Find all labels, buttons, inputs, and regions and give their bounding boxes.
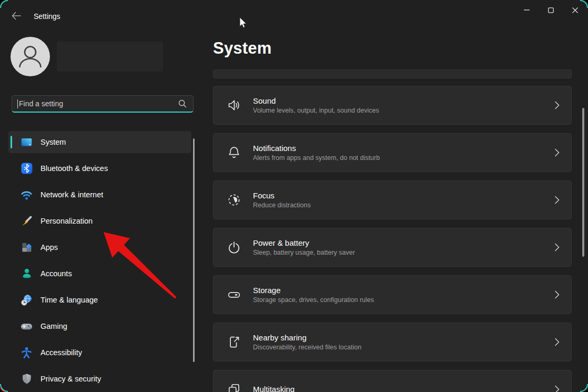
- sidebar-nav: System Bluetooth & devices: [8, 129, 191, 392]
- sidebar-item-personalization[interactable]: Personalization: [8, 208, 191, 234]
- minimize-icon: [524, 9, 530, 11]
- card-title: Notifications: [253, 143, 380, 153]
- card-title: Multitasking: [253, 384, 295, 392]
- system-monitor-icon: [20, 136, 33, 149]
- user-avatar: [11, 37, 50, 76]
- card-subtitle: Alerts from apps and system, do not dist…: [253, 154, 380, 162]
- focus-icon: [226, 192, 242, 208]
- card-subtitle: Sleep, battery usage, battery saver: [253, 248, 355, 257]
- window-corner-accent: [0, 384, 8, 392]
- mouse-cursor: [240, 17, 246, 27]
- selected-indicator-pill: [11, 136, 12, 148]
- gaming-controller-icon: [20, 320, 33, 333]
- sidebar-item-gaming[interactable]: Gaming: [8, 313, 191, 339]
- card-focus[interactable]: Focus Reduce distractions: [213, 180, 572, 219]
- card-multitasking[interactable]: Multitasking: [213, 370, 572, 392]
- search-input[interactable]: [12, 99, 178, 108]
- card-title: Nearby sharing: [253, 333, 361, 343]
- card-subtitle: Volume levels, output, input, sound devi…: [253, 106, 379, 115]
- chevron-right-icon: [555, 338, 560, 346]
- sidebar-item-label: System: [40, 138, 66, 146]
- card-subtitle: Storage space, drives, configuration rul…: [253, 296, 374, 304]
- back-button[interactable]: [7, 7, 25, 25]
- maximize-icon: [548, 7, 554, 13]
- close-icon: [572, 7, 578, 13]
- card-title: Storage: [253, 285, 374, 295]
- window-corner-accent: [580, 384, 588, 392]
- search-icon: [178, 99, 187, 108]
- main-scrollbar[interactable]: [582, 108, 584, 257]
- chevron-right-icon: [555, 148, 560, 157]
- sidebar-scrollbar[interactable]: [193, 138, 195, 362]
- personalization-brush-icon: [20, 215, 33, 228]
- red-arrow-fragment: [0, 387, 7, 392]
- time-language-icon: [20, 294, 33, 307]
- text-caret: [17, 99, 18, 108]
- chevron-right-icon: [555, 243, 560, 252]
- chevron-right-icon: [555, 385, 560, 392]
- accessibility-icon: [20, 346, 33, 359]
- card-subtitle: Reduce distractions: [253, 201, 311, 209]
- search-box[interactable]: [12, 95, 194, 113]
- sidebar-item-label: Accessibility: [40, 348, 82, 357]
- card-title: Focus: [253, 190, 311, 200]
- close-button[interactable]: [563, 1, 587, 19]
- sidebar-item-apps[interactable]: Apps: [8, 234, 191, 260]
- sidebar-item-label: Personalization: [40, 217, 93, 225]
- sidebar-item-network-internet[interactable]: Network & internet: [8, 182, 191, 208]
- nearby-sharing-icon: [226, 334, 242, 350]
- card-power-battery[interactable]: Power & battery Sleep, battery usage, ba…: [213, 228, 572, 267]
- sidebar-item-accounts[interactable]: Accounts: [8, 260, 191, 287]
- sidebar-item-system[interactable]: System: [8, 131, 191, 153]
- sidebar-item-label: Time & language: [40, 296, 98, 304]
- privacy-shield-icon: [20, 373, 33, 386]
- maximize-button[interactable]: [539, 1, 563, 19]
- card-title: Power & battery: [253, 238, 355, 248]
- chevron-right-icon: [555, 101, 560, 109]
- card-nearby-sharing[interactable]: Nearby sharing Discoverability, received…: [213, 323, 572, 361]
- sidebar-item-label: Bluetooth & devices: [40, 164, 108, 173]
- apps-icon: [20, 241, 33, 254]
- settings-card-partial[interactable]: [213, 69, 572, 78]
- bluetooth-icon: [20, 162, 33, 175]
- sidebar-item-label: Network & internet: [40, 190, 103, 199]
- caption-buttons: [514, 1, 587, 19]
- card-sound[interactable]: Sound Volume levels, output, input, soun…: [213, 86, 572, 125]
- settings-window: Settings: [0, 0, 588, 392]
- sidebar-item-label: Privacy & security: [40, 375, 101, 383]
- sidebar-item-label: Accounts: [40, 269, 72, 278]
- sidebar-item-time-language[interactable]: Time & language: [8, 287, 191, 313]
- storage-drive-icon: [226, 287, 242, 303]
- sidebar-item-label: Gaming: [40, 322, 67, 330]
- account-name-placeholder: [57, 42, 163, 72]
- sidebar-item-bluetooth-devices[interactable]: Bluetooth & devices: [8, 155, 191, 182]
- minimize-button[interactable]: [514, 1, 539, 19]
- network-wifi-icon: [20, 188, 33, 202]
- page-title: System: [213, 39, 272, 58]
- card-title: Sound: [253, 96, 379, 106]
- person-icon: [11, 37, 50, 76]
- window-title: Settings: [34, 12, 60, 21]
- accounts-person-icon: [20, 267, 33, 280]
- card-notifications[interactable]: Notifications Alerts from apps and syste…: [213, 133, 572, 172]
- notifications-bell-icon: [226, 145, 242, 160]
- power-icon: [226, 239, 242, 255]
- chevron-right-icon: [555, 196, 560, 204]
- card-subtitle: Discoverability, received files location: [253, 343, 361, 351]
- window-corner-accent: [0, 0, 8, 8]
- multitasking-windows-icon: [226, 381, 242, 392]
- back-arrow-icon: [11, 10, 22, 22]
- sound-speaker-icon: [226, 97, 242, 113]
- sidebar-item-privacy-security[interactable]: Privacy & security: [8, 366, 191, 392]
- sidebar-item-label: Apps: [40, 243, 58, 252]
- card-storage[interactable]: Storage Storage space, drives, configura…: [213, 275, 572, 314]
- chevron-right-icon: [555, 290, 560, 299]
- sidebar-item-accessibility[interactable]: Accessibility: [8, 339, 191, 366]
- settings-card-list: Sound Volume levels, output, input, soun…: [213, 86, 572, 392]
